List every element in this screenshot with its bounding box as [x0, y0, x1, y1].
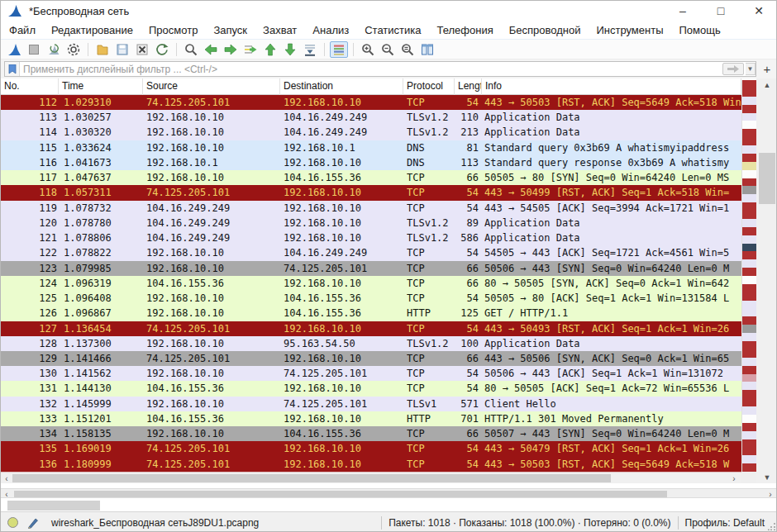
horizontal-scrollbar-detail[interactable]: ‹ ›: [1, 488, 777, 498]
go-last-packet-icon[interactable]: [281, 41, 299, 58]
capture-options-icon[interactable]: [64, 41, 83, 58]
packet-row-117[interactable]: 1171.047637192.168.10.10104.16.155.36TCP…: [1, 170, 741, 185]
cell-src: 104.16.249.249: [146, 230, 280, 245]
apply-filter-icon[interactable]: [722, 63, 744, 75]
menu-item-10[interactable]: Помощь: [679, 24, 721, 36]
packet-row-128[interactable]: 1281.137300192.168.10.1095.163.54.50TLSv…: [1, 336, 741, 351]
zoom-out-icon[interactable]: [379, 41, 397, 58]
packet-row-131[interactable]: 1311.144130104.16.155.36192.168.10.10TCP…: [1, 381, 741, 396]
cell-src: 192.168.10.10: [146, 245, 280, 260]
pane-scroll-thumb[interactable]: [7, 501, 100, 511]
column-header-destination[interactable]: Destination: [280, 78, 403, 95]
column-header-source[interactable]: Source: [143, 78, 280, 95]
menu-item-9[interactable]: Инструменты: [596, 24, 663, 36]
packet-row-127[interactable]: 1271.13645474.125.205.101192.168.10.10TC…: [1, 321, 741, 336]
minimap-stripe: [742, 382, 756, 390]
packet-row-130[interactable]: 1301.141562192.168.10.1074.125.205.101TC…: [1, 366, 741, 381]
menu-item-2[interactable]: Просмотр: [149, 24, 198, 36]
packet-row-123[interactable]: 1231.079985192.168.10.1074.125.205.101TC…: [1, 261, 741, 276]
column-header-time[interactable]: Time: [59, 78, 143, 95]
menu-item-5[interactable]: Анализ: [312, 24, 349, 36]
scroll-left-icon[interactable]: ‹: [1, 473, 12, 484]
restart-capture-icon[interactable]: [45, 41, 63, 58]
find-packet-icon[interactable]: [182, 41, 200, 58]
menu-item-1[interactable]: Редактирование: [51, 24, 133, 36]
maximize-icon[interactable]: □: [702, 1, 740, 21]
packet-row-125[interactable]: 1251.096408192.168.10.10104.16.155.36TCP…: [1, 291, 741, 306]
start-capture-icon[interactable]: [5, 41, 23, 58]
go-back-icon[interactable]: [202, 41, 220, 58]
menu-item-8[interactable]: Беспроводной: [509, 24, 581, 36]
colorize-icon[interactable]: [330, 41, 348, 58]
horizontal-scrollbar-list[interactable]: ‹ ›: [1, 472, 741, 483]
packet-row-134[interactable]: 1341.158135192.168.10.10104.16.155.36TCP…: [1, 426, 741, 441]
autoscroll-icon[interactable]: [301, 41, 319, 58]
reload-icon[interactable]: [153, 41, 171, 58]
go-forward-icon[interactable]: [222, 41, 240, 58]
packet-row-116[interactable]: 1161.041673192.168.10.1192.168.10.10DNS1…: [1, 155, 741, 170]
scroll-down-icon[interactable]: ▼: [756, 471, 777, 483]
capture-comment-icon[interactable]: [26, 516, 40, 530]
menu-item-0[interactable]: Файл: [9, 24, 36, 36]
resize-columns-icon[interactable]: [418, 41, 436, 58]
close-icon[interactable]: ✕: [740, 1, 777, 21]
cell-src: 192.168.10.10: [146, 366, 280, 381]
packet-row-126[interactable]: 1261.096867192.168.10.10104.16.155.36HTT…: [1, 306, 741, 321]
save-file-icon[interactable]: [113, 41, 131, 58]
horizontal-scroll-thumb[interactable]: [14, 491, 667, 497]
minimap-stripe: [742, 463, 756, 472]
cell-no: 128: [1, 336, 57, 351]
packet-row-114[interactable]: 1141.030320192.168.10.10104.16.249.249TL…: [1, 125, 741, 140]
packet-row-129[interactable]: 1291.14146674.125.205.101192.168.10.10TC…: [1, 351, 741, 366]
cell-dst: 192.168.10.10: [284, 276, 404, 291]
cell-info: Application Data: [484, 216, 741, 230]
expert-info-icon[interactable]: [7, 517, 18, 528]
packet-row-115[interactable]: 1151.033624192.168.10.10192.168.10.1DNS8…: [1, 140, 741, 155]
close-file-icon[interactable]: [133, 41, 151, 58]
resize-grip-icon[interactable]: [768, 522, 776, 530]
minimize-icon[interactable]: –: [664, 1, 702, 21]
profile-label[interactable]: Профиль: Default: [685, 517, 765, 529]
go-first-packet-icon[interactable]: [261, 41, 279, 58]
column-header-length[interactable]: Length: [455, 78, 482, 95]
goto-packet-icon[interactable]: [241, 41, 260, 58]
stop-capture-icon[interactable]: [25, 41, 43, 58]
zoom-original-icon[interactable]: [398, 41, 417, 58]
cell-dst: 104.16.249.249: [284, 245, 404, 260]
cell-src: 74.125.205.101: [146, 441, 280, 456]
packet-row-121[interactable]: 1211.078806104.16.249.249192.168.10.10TL…: [1, 230, 741, 245]
column-header-no[interactable]: No.: [1, 78, 59, 95]
vertical-scrollbar[interactable]: ▲ ▼: [756, 78, 777, 483]
scroll-right-icon[interactable]: ›: [728, 473, 740, 484]
column-header-info[interactable]: Info: [482, 78, 741, 95]
packet-row-122[interactable]: 1221.078822192.168.10.10104.16.249.249TC…: [1, 245, 741, 260]
cell-proto: TCP: [407, 170, 451, 185]
menu-item-7[interactable]: Телефония: [436, 24, 493, 36]
packet-row-119[interactable]: 1191.078732104.16.249.249192.168.10.10TC…: [1, 201, 741, 216]
filter-dropdown-icon[interactable]: ▼: [746, 63, 756, 75]
vertical-scroll-thumb[interactable]: [759, 153, 775, 204]
menu-item-6[interactable]: Статистика: [365, 24, 421, 36]
cell-time: 1.078732: [64, 201, 145, 216]
filter-bookmark-icon[interactable]: [5, 62, 20, 76]
packet-row-120[interactable]: 1201.078780104.16.249.249192.168.10.10TL…: [1, 216, 741, 230]
packet-minimap[interactable]: [741, 80, 756, 472]
minimap-stripe: [742, 178, 756, 187]
packet-row-113[interactable]: 1131.030257192.168.10.10104.16.249.249TL…: [1, 110, 741, 125]
packet-row-133[interactable]: 1331.151201104.16.155.36192.168.10.10HTT…: [1, 411, 741, 426]
packet-row-135[interactable]: 1351.16901974.125.205.101192.168.10.10TC…: [1, 441, 741, 456]
column-header-protocol[interactable]: Protocol: [403, 78, 455, 95]
packet-row-136[interactable]: 1361.18099974.125.205.101192.168.10.10TC…: [1, 457, 741, 472]
menu-item-4[interactable]: Захват: [263, 24, 297, 36]
menu-item-3[interactable]: Запуск: [213, 24, 247, 36]
open-file-icon[interactable]: [93, 41, 112, 58]
scroll-up-icon[interactable]: ▲: [756, 78, 777, 91]
packet-row-132[interactable]: 1321.145999192.168.10.1074.125.205.101TL…: [1, 397, 741, 411]
display-filter-input[interactable]: [20, 63, 722, 75]
packet-row-112[interactable]: 1121.02931074.125.205.101192.168.10.10TC…: [1, 95, 741, 110]
packet-row-118[interactable]: 1181.05731174.125.205.101192.168.10.10TC…: [1, 185, 741, 200]
horizontal-scroll-thumb[interactable]: [12, 474, 611, 482]
packet-row-124[interactable]: 1241.096319104.16.155.36192.168.10.10TCP…: [1, 276, 741, 291]
zoom-in-icon[interactable]: [359, 41, 377, 58]
add-filter-button-icon[interactable]: +: [760, 61, 775, 77]
